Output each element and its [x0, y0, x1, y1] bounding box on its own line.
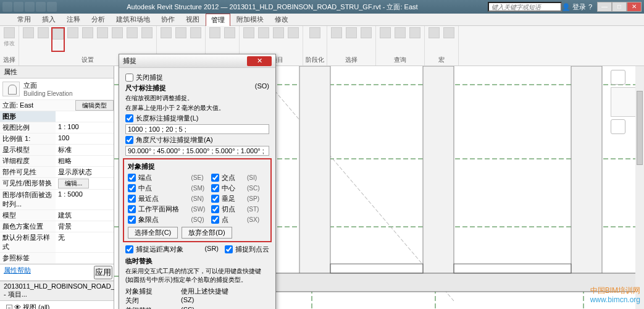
decal-types-button[interactable] — [272, 27, 285, 52]
prop-row[interactable]: 显示模型标准 — [0, 145, 114, 156]
snap-checkbox[interactable]: 切点 — [211, 205, 248, 214]
snap-checkbox[interactable]: 交点 — [211, 173, 248, 182]
minimize-button[interactable]: — — [597, 2, 612, 12]
prop-value[interactable]: 粗略 — [56, 156, 114, 166]
project-browser[interactable]: −👁 视图 (all) −楼层平面 (Floor Plan) 1F2F3FGFL… — [0, 301, 114, 309]
snap-checkbox[interactable]: 中点 — [128, 184, 191, 193]
tab-modify[interactable]: 修改 — [270, 14, 293, 25]
prop-row[interactable]: 比例值 1:100 — [0, 133, 114, 145]
materials-button[interactable] — [22, 27, 35, 52]
design-options-button[interactable] — [208, 27, 222, 52]
discard-all-button[interactable]: 放弃全部(D) — [182, 227, 232, 239]
tab-site[interactable]: 建筑和场地 — [111, 14, 155, 25]
snap-checkbox[interactable]: 中心 — [211, 184, 248, 193]
transfer-button[interactable] — [125, 27, 139, 52]
select-all-button[interactable]: 选择全部(C) — [128, 227, 178, 239]
project-info-button[interactable] — [66, 27, 80, 52]
phases-button[interactable] — [308, 27, 322, 52]
instance-selector[interactable]: 立面: East — [0, 100, 75, 111]
prop-value[interactable]: 背景 — [56, 221, 114, 232]
point-cloud-snap-checkbox[interactable]: 捕捉到点云 — [225, 245, 269, 254]
apply-button[interactable]: 应用 — [94, 266, 112, 279]
prop-row[interactable]: 图形/斜剖面被选时列...1 : 5000 — [0, 190, 114, 210]
snaps-button[interactable] — [51, 27, 65, 52]
position-button[interactable] — [189, 27, 203, 52]
dialog-close-button[interactable]: ✕ — [247, 56, 272, 66]
close-button[interactable]: ✕ — [627, 2, 642, 12]
snap-checkbox[interactable]: 端点 — [128, 173, 191, 182]
prop-value[interactable]: 显示原状态 — [56, 167, 114, 177]
prop-value[interactable]: 建筑 — [56, 210, 114, 221]
prop-row[interactable]: 参照标签 — [0, 253, 114, 264]
prop-row[interactable]: 默认分析显示样式无 — [0, 232, 114, 253]
help-icon[interactable]: ? — [588, 3, 592, 11]
prop-value[interactable]: 1 : 100 — [56, 122, 114, 133]
tab-manage[interactable]: 管理 — [206, 14, 230, 26]
tab-home[interactable]: 常用 — [12, 14, 36, 25]
prop-value[interactable]: 编辑... — [56, 178, 114, 189]
purge-button[interactable] — [140, 27, 154, 52]
snap-checkbox[interactable]: 最近点 — [128, 194, 191, 203]
steering-wheel-button[interactable] — [611, 119, 625, 134]
maximize-button[interactable]: □ — [612, 2, 627, 12]
properties-help-link[interactable]: 属性帮助 — [0, 265, 35, 281]
tab-addins[interactable]: 附加模块 — [232, 14, 269, 25]
tab-analyze[interactable]: 分析 — [86, 14, 110, 25]
prop-value[interactable]: 无 — [56, 232, 114, 252]
snap-checkbox[interactable]: 工作平面网格 — [128, 205, 191, 214]
modify-button[interactable]: 修改 — [2, 27, 16, 52]
project-units-button[interactable] — [96, 27, 109, 52]
length-increment-input[interactable] — [125, 124, 269, 134]
warnings-button[interactable] — [408, 27, 422, 52]
prop-value[interactable] — [56, 253, 114, 263]
ids-button[interactable] — [378, 27, 392, 52]
prop-value[interactable]: 1 : 5000 — [56, 190, 114, 210]
tab-annotate[interactable]: 注释 — [62, 14, 85, 25]
prop-value[interactable]: 100 — [56, 133, 114, 144]
angle-increment-input[interactable] — [125, 146, 269, 156]
remote-snap-checkbox[interactable]: 捕捉远距离对象 — [125, 245, 204, 254]
type-selector[interactable]: 立面 Building Elevation — [0, 78, 114, 100]
shared-params-button[interactable] — [111, 27, 124, 52]
load-selection-button[interactable] — [345, 27, 358, 52]
prop-row[interactable]: 颜色方案位置背景 — [0, 221, 114, 232]
tab-view[interactable]: 视图 — [181, 14, 204, 25]
save-selection-button[interactable] — [330, 27, 343, 52]
tab-collab[interactable]: 协作 — [156, 14, 180, 25]
edit-button[interactable]: 编辑... — [58, 179, 89, 188]
coordinates-button[interactable] — [174, 27, 188, 52]
manage-images-button[interactable] — [257, 27, 270, 52]
snap-checkbox[interactable]: 垂足 — [211, 194, 248, 203]
project-params-button[interactable] — [81, 27, 94, 52]
angle-increment-checkbox[interactable]: 角度尺寸标注捕捉增量(A) — [125, 135, 269, 145]
scroll-thumb[interactable] — [637, 91, 643, 165]
starting-view-button[interactable] — [286, 27, 300, 52]
macro-manager-button[interactable] — [427, 27, 441, 52]
vertical-scrollbar[interactable] — [635, 66, 644, 309]
dialog-titlebar[interactable]: 捕捉 ✕ — [119, 54, 275, 68]
collapse-icon[interactable]: − — [6, 305, 12, 309]
prop-row[interactable]: 详细程度粗略 — [0, 156, 114, 167]
tab-insert[interactable]: 插入 — [37, 14, 61, 25]
prop-row[interactable]: 视图比例1 : 100 — [0, 122, 114, 133]
select-by-id-button[interactable] — [393, 27, 407, 52]
snap-checkbox[interactable]: 点 — [211, 215, 248, 224]
qat-redo[interactable] — [47, 2, 57, 12]
prop-row[interactable]: 可见性/图形替换编辑... — [0, 178, 114, 190]
main-model-button[interactable] — [223, 27, 236, 52]
prop-value[interactable]: 标准 — [56, 145, 114, 155]
object-styles-button[interactable] — [36, 27, 50, 52]
tree-root[interactable]: −👁 视图 (all) — [1, 302, 112, 309]
location-button[interactable] — [159, 27, 173, 52]
qat-save[interactable] — [25, 2, 35, 12]
macro-security-button[interactable] — [442, 27, 456, 52]
prop-row[interactable]: 部件可见性显示原状态 — [0, 167, 114, 178]
qat-open[interactable] — [14, 2, 23, 12]
qat-undo[interactable] — [36, 2, 46, 12]
home-view-button[interactable] — [611, 70, 625, 85]
edit-selection-button[interactable] — [359, 27, 373, 52]
snaps-off-checkbox[interactable]: 关闭捕捉 — [125, 73, 269, 82]
login-button[interactable]: 👤 登录 — [562, 2, 586, 12]
prop-row[interactable]: 模型建筑 — [0, 210, 114, 221]
manage-links-button[interactable] — [242, 27, 256, 52]
